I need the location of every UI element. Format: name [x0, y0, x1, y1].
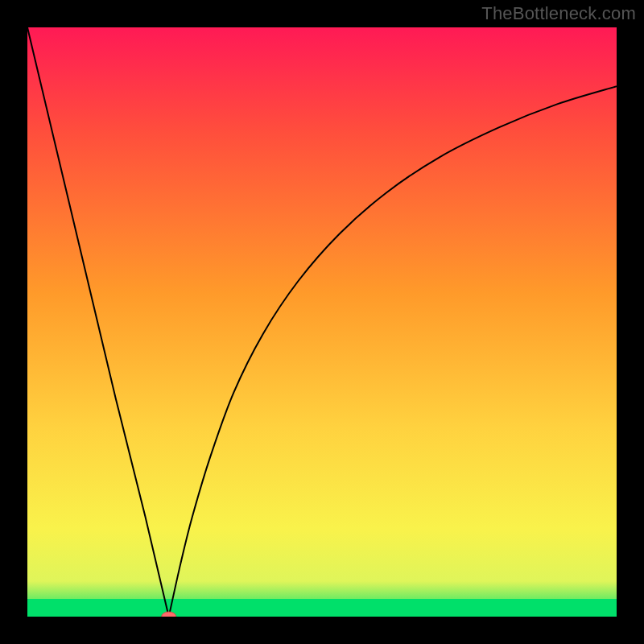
chart-frame: TheBottleneck.com [0, 0, 644, 644]
watermark-text: TheBottleneck.com [481, 3, 636, 24]
plot-svg [27, 27, 617, 617]
plot-area [27, 27, 617, 617]
green-band [27, 599, 617, 617]
